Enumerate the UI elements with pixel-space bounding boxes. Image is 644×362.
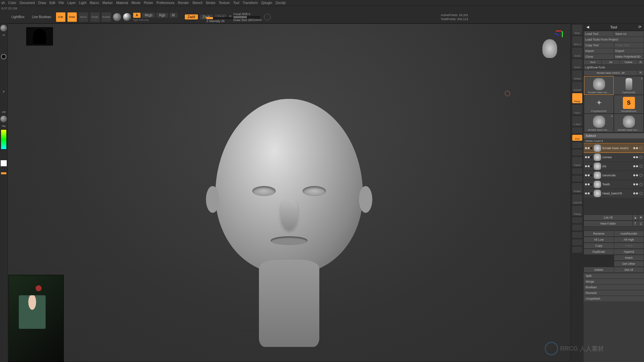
paste-button[interactable]: Paste [614,243,644,248]
a-toggle[interactable]: A [133,13,141,18]
del-all-button[interactable]: Del All [614,267,644,273]
shelf-frame[interactable]: Frame [572,157,582,167]
menu-item[interactable]: Picker [144,1,153,5]
camera-head-icon[interactable] [542,39,557,58]
live-boolean-button[interactable]: Live Boolean [29,14,54,20]
menu-item[interactable]: Preferences [156,1,174,5]
delete-button[interactable]: Delete [584,267,614,273]
focal-shift-slider[interactable] [233,16,260,18]
material-sphere-icon[interactable] [0,116,7,122]
import-button[interactable]: Import [584,48,614,54]
menu-item[interactable]: Stencil [192,1,202,5]
del-other-button[interactable]: Del Other [614,261,644,266]
menu-item[interactable]: Transform [243,1,258,5]
menu-item[interactable]: Texture [219,1,230,5]
menu-item[interactable]: Zplugin [261,1,272,5]
lightbox-tools-button[interactable]: Lightbox▸Tools [584,65,644,70]
shelf-icon-20[interactable] [572,225,582,231]
dynamic-icon[interactable] [264,14,271,20]
copy-tool-button[interactable]: Copy Tool [584,43,614,48]
merge-row[interactable]: Merge [584,279,644,284]
color-gradient-picker[interactable] [1,129,7,149]
panel-refresh-icon[interactable]: ⟳ [638,25,641,29]
shelf-l-sym[interactable]: L.Sym [572,116,582,126]
viewport[interactable] [7,23,571,362]
menu-item[interactable]: Tool [233,1,239,5]
visible-button[interactable]: Visible [620,60,637,64]
mrgb-toggle[interactable]: Mrgb [142,13,155,18]
move-up-icon[interactable]: ⤒ [633,221,638,226]
menu-item[interactable]: Layer [67,1,76,5]
shelf-icon-9[interactable] [572,127,582,133]
visibility-eye-icon[interactable] [639,156,643,159]
z-intensity-slider[interactable] [206,17,233,19]
shelf-floor[interactable]: Floor [572,105,582,115]
mesh-name-label[interactable]: female base mesh1..48 [584,70,637,75]
shelf-actual[interactable]: Actual [572,70,582,80]
menu-item[interactable]: Edit [49,1,55,5]
shelf-xyz[interactable]: XYZ [572,135,582,141]
layer-thumbnail[interactable] [26,27,53,46]
save-as-button[interactable]: Save As [614,31,644,37]
shelf-bmp[interactable]: Bmp [572,25,582,35]
tool-thumb[interactable]: female base me…6 [584,114,613,132]
r-button-2[interactable]: R [638,70,644,75]
shelf-icon-15[interactable] [572,176,582,182]
shelf-icon-19[interactable] [572,217,582,223]
accent-swatch[interactable] [1,172,6,174]
zadd-toggle[interactable]: Zadd [185,14,198,19]
shelf-persp[interactable]: Persp [572,93,582,103]
move-mode-button[interactable]: Move [79,12,88,22]
list-all-button[interactable]: List All [584,215,632,220]
goz-button[interactable]: GoZ [584,60,601,64]
m-toggle[interactable]: M [169,13,177,18]
move-down-icon[interactable]: ⤓ [638,221,644,226]
copy-button[interactable]: Copy [584,243,614,248]
menu-item[interactable]: Render [178,1,189,5]
shelf-rotate[interactable]: Rotate [572,183,582,193]
edit-mode-button[interactable]: Edit [56,12,65,22]
shelf-spix-3[interactable]: SPix 3 [572,36,582,46]
menu-item[interactable]: Macro [90,1,99,5]
clone-button[interactable]: Clone [584,54,614,59]
menu-item[interactable]: Material [116,1,128,5]
material-preview-icon[interactable] [123,13,131,21]
paste-tool-button[interactable]: Paste Tool [614,43,644,48]
reference-image[interactable] [8,275,64,362]
subtool-header[interactable]: Subtool [584,133,644,138]
subtool-item[interactable]: cornea [584,153,644,162]
panel-collapse-icon[interactable]: ◀ [586,25,589,29]
autoreorder-button[interactable]: AutoReorder [614,231,644,236]
all-high-button[interactable]: All High [614,237,644,242]
tool-thumb[interactable]: female base me… [584,76,613,95]
menu-item[interactable]: Document [19,1,35,5]
tool-thumb[interactable]: SSimpleBrush [614,95,643,113]
tool-thumb[interactable]: female base me… [614,114,643,132]
menu-item[interactable]: Light [79,1,87,5]
brush-preview-icon[interactable] [113,13,121,21]
menu-item[interactable]: Movie [131,1,141,5]
shelf-zoom[interactable]: Zoom [572,59,582,69]
visibility-eye-icon[interactable] [639,183,643,186]
shelf-icon-23[interactable] [572,247,582,253]
shelf-line-fill[interactable]: Line Fill [572,194,582,204]
menu-item[interactable]: Marker [102,1,113,5]
lightbox-button[interactable]: LightBox [9,14,27,20]
new-folder-button[interactable]: New Folder [584,221,632,226]
subtool-item[interactable]: iris [584,162,644,171]
duplicate-button[interactable]: Duplicate [584,249,614,254]
menu-item[interactable]: Zscript [275,1,285,5]
down-arrow-icon[interactable]: ▼ [638,215,644,220]
brush-icon[interactable] [0,25,7,32]
tool-thumb[interactable]: ✦PolyMesh3D [584,95,613,113]
scale-mode-button[interactable]: Scale [90,12,100,22]
remesh-row[interactable]: Remesh [584,290,644,296]
subtool-item[interactable]: female base mesh1 [584,143,644,153]
all-low-button[interactable]: All Low [584,237,614,242]
boolean-row[interactable]: Boolean [584,284,644,290]
visibility-eye-icon[interactable] [639,192,643,195]
split-row[interactable]: Split [584,273,644,279]
insert-button[interactable]: Insert [614,255,644,260]
menu-item[interactable]: sh [1,1,5,5]
tool-thumb[interactable]: Cylinder3D6 [614,76,643,95]
